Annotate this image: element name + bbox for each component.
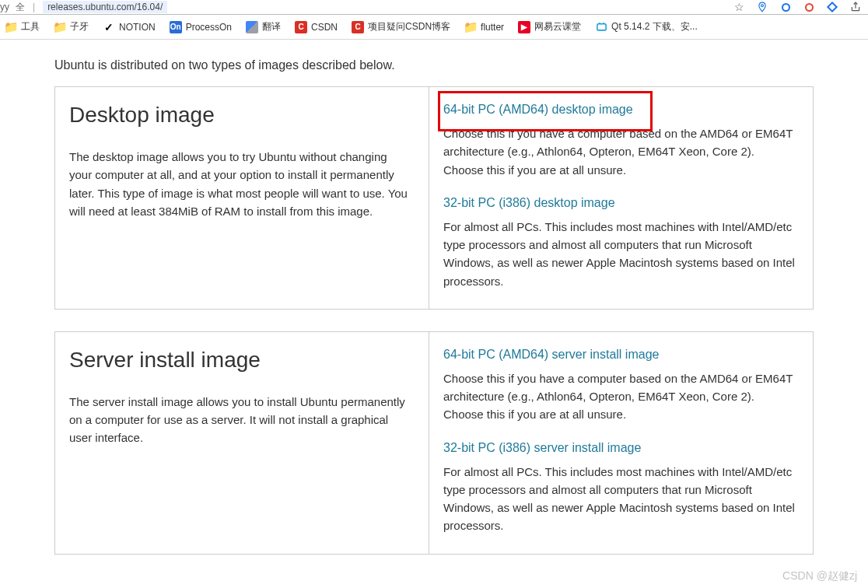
processon-icon: On xyxy=(170,21,182,33)
bookmark-translate[interactable]: 翻译 xyxy=(246,20,281,33)
bookmark-processon[interactable]: On ProcessOn xyxy=(170,21,232,33)
bookmark-label: flutter xyxy=(481,22,504,33)
bookmark-label: 项目疑问CSDN博客 xyxy=(368,20,450,33)
security-label: 全 xyxy=(12,1,25,14)
bookmark-label: Qt 5.14.2 下载、安... xyxy=(611,20,698,33)
svg-rect-1 xyxy=(597,24,605,30)
translate-icon xyxy=(246,21,258,33)
star-icon[interactable]: ☆ xyxy=(733,1,745,13)
intro-text: Ubuntu is distributed on two types of im… xyxy=(54,58,814,72)
section-heading: Server install image xyxy=(69,348,410,373)
bookmark-label: ProcessOn xyxy=(186,22,232,33)
folder-icon: 📁 xyxy=(5,21,17,33)
section-desktop-image: Desktop image The desktop image allows y… xyxy=(54,86,814,310)
bookmark-label: 翻译 xyxy=(262,20,281,33)
share-icon[interactable] xyxy=(849,1,862,13)
bookmark-label: 工具 xyxy=(21,20,40,33)
bookmark-notion[interactable]: ✓ NOTION xyxy=(103,21,156,33)
section-description: The server install image allows you to i… xyxy=(69,393,410,447)
csdn-icon: C xyxy=(352,21,364,33)
bookmark-tools[interactable]: 📁 工具 xyxy=(5,20,40,33)
page-content: Ubuntu is distributed on two types of im… xyxy=(0,40,868,555)
bookmark-ziya[interactable]: 📁 子牙 xyxy=(54,20,89,33)
watermark: CSDN @赵健zj xyxy=(782,569,857,583)
bookmark-label: NOTION xyxy=(119,22,156,33)
circle-red-icon[interactable] xyxy=(803,1,815,13)
address-field[interactable]: releases.ubuntu.com/16.04/ xyxy=(43,1,167,13)
download-link-i386-server[interactable]: 32-bit PC (i386) server install image xyxy=(443,441,796,455)
url-separator: | xyxy=(28,2,40,12)
folder-icon: 📁 xyxy=(54,21,66,33)
diamond-icon[interactable] xyxy=(826,1,838,13)
bookmark-flutter[interactable]: 📁 flutter xyxy=(464,21,504,33)
location-icon[interactable] xyxy=(756,1,768,13)
download-desc: Choose this if you have a computer based… xyxy=(443,124,796,179)
bookmarks-bar: 📁 工具 📁 子牙 ✓ NOTION On ProcessOn 翻译 C CSD… xyxy=(0,15,868,40)
bookmark-csdn-blog[interactable]: C 项目疑问CSDN博客 xyxy=(352,20,450,33)
csdn-icon: C xyxy=(295,21,307,33)
download-link-amd64-server[interactable]: 64-bit PC (AMD64) server install image xyxy=(443,348,796,362)
circle-blue-icon[interactable] xyxy=(779,1,792,13)
download-link-i386-desktop[interactable]: 32-bit PC (i386) desktop image xyxy=(443,196,796,210)
bookmark-label: 子牙 xyxy=(70,20,89,33)
bookmark-csdn[interactable]: C CSDN xyxy=(295,21,338,33)
netease-icon: ▶ xyxy=(518,21,530,33)
qt-icon xyxy=(595,21,607,33)
section-server-image: Server install image The server install … xyxy=(54,331,814,555)
section-heading: Desktop image xyxy=(69,103,410,128)
bookmark-label: 网易云课堂 xyxy=(534,20,581,33)
download-link-amd64-desktop[interactable]: 64-bit PC (AMD64) desktop image xyxy=(443,103,796,117)
download-desc: Choose this if you have a computer based… xyxy=(443,369,796,424)
download-desc: For almost all PCs. This includes most m… xyxy=(443,218,796,290)
section-description: The desktop image allows you to try Ubun… xyxy=(69,148,410,220)
url-bar: yy 全 | releases.ubuntu.com/16.04/ ☆ xyxy=(0,0,868,15)
svg-point-0 xyxy=(761,5,764,7)
flutter-icon: 📁 xyxy=(464,21,477,33)
bookmark-qt[interactable]: Qt 5.14.2 下载、安... xyxy=(595,20,698,33)
bookmark-label: CSDN xyxy=(311,22,338,33)
download-desc: For almost all PCs. This includes most m… xyxy=(443,463,796,535)
bookmark-netease[interactable]: ▶ 网易云课堂 xyxy=(518,20,581,33)
tab-fragment: yy xyxy=(0,2,9,12)
notion-icon: ✓ xyxy=(103,21,115,33)
